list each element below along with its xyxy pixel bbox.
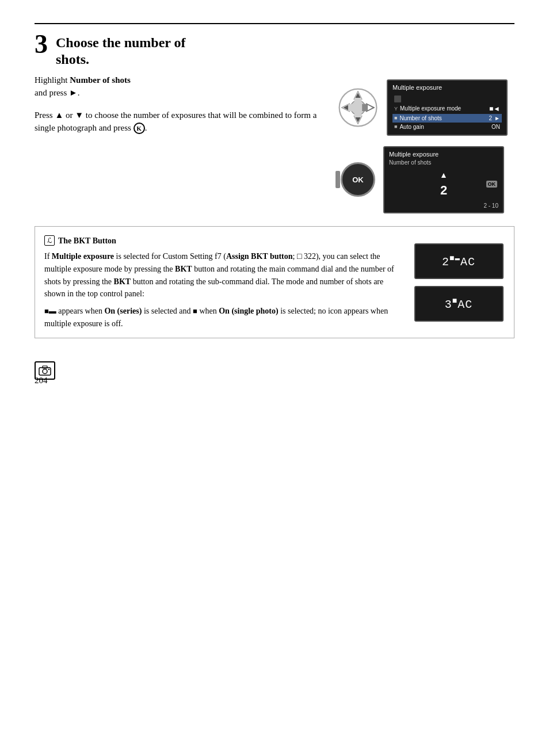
svg-rect-8 [362,104,367,111]
bkt-paragraph-2: ■▬ appears when On (series) is selected … [44,305,403,330]
step-header: 3 Choose the number ofshots. [35,35,514,68]
svg-rect-2 [354,98,362,103]
right-diagrams: Multiple exposure Y Multiple exposure mo… [330,74,514,213]
control-panel-1: 2■▬AC [414,243,504,279]
dpad-area: Multiple exposure Y Multiple exposure mo… [337,79,508,136]
bkt-displays: 2■▬AC 3■AC [413,235,505,330]
dpad-control [337,87,379,128]
diagram-row-2: OK Multiple exposure Number of shots ▲ 2… [341,146,504,213]
paragraph-1: Highlight Number of shotsand press ►. [35,74,319,100]
bkt-note-icon: ℒ [44,235,55,246]
step-title: Choose the number ofshots. [56,35,186,68]
lcd1-row-icon [392,94,502,104]
lcd-screen-2: Multiple exposure Number of shots ▲ 2 OK… [383,146,504,213]
paragraph-2: Press ▲ or ▼ to choose the number of exp… [35,109,319,135]
svg-point-15 [43,369,47,374]
lcd2-up-arrow: ▲ [389,170,498,180]
step-number: 3 [35,31,48,58]
bkt-text: ℒ The BKT Button If Multiple exposure is… [44,235,403,330]
lcd1-title: Multiple exposure [392,84,502,92]
lcd2-subtitle: Number of shots [389,159,498,166]
svg-rect-4 [354,112,362,117]
lcd1-row-shots: ■ Number of shots 2 ► [392,114,502,123]
bkt-note-box: ℒ The BKT Button If Multiple exposure is… [35,226,514,339]
svg-rect-6 [349,104,354,111]
svg-rect-16 [43,366,47,368]
control-panel-2: 3■AC [414,286,504,322]
ok-button: OK [341,162,375,197]
lcd1-row-autogain: ■ Auto gain ON [392,123,502,131]
lcd2-range: 2 - 10 [389,203,498,209]
lcd1-row-mode: Y Multiple exposure mode ■◄ [392,104,502,114]
page-footer [35,361,514,380]
page-number: 204 [35,376,48,385]
main-content: Highlight Number of shotsand press ►. Pr… [35,74,514,213]
bkt-title: ℒ The BKT Button [44,235,403,247]
lcd2-value: 2 [440,183,447,198]
top-rule [35,23,514,24]
lcd2-value-area: 2 OK [389,181,498,200]
lcd2-ok-badge: OK [486,181,498,188]
bkt-paragraph-1: If Multiple exposure is selected for Cus… [44,250,403,300]
lcd2-title: Multiple exposure [389,151,498,158]
left-text: Highlight Number of shotsand press ►. Pr… [35,74,319,213]
lcd-screen-1: Multiple exposure Y Multiple exposure mo… [387,79,508,136]
svg-point-17 [48,369,49,370]
bkt-heading: The BKT Button [58,235,116,247]
